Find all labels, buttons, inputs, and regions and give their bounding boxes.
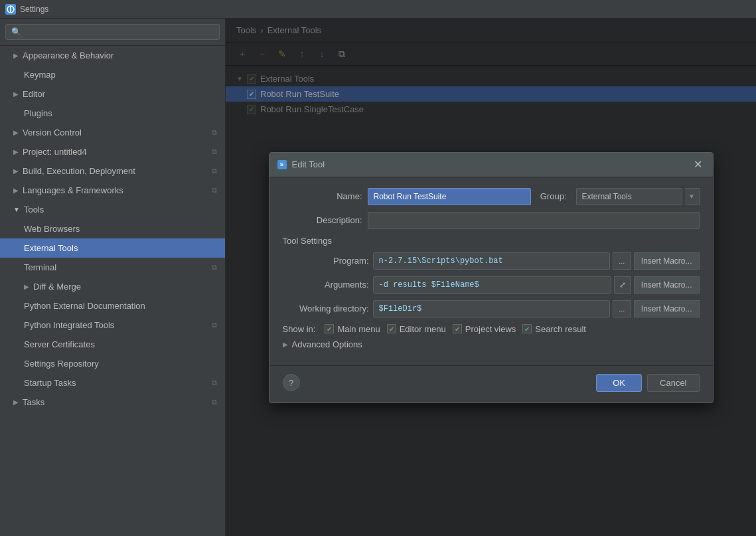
- sidebar-item-keymap[interactable]: Keymap: [0, 65, 225, 84]
- modal-overlay: S Edit Tool ✕ Name: Group: ▼: [226, 19, 756, 536]
- sidebar-item-label: Python External Documentation: [24, 301, 145, 311]
- sidebar-item-build[interactable]: ▶ Build, Execution, Deployment ⧉: [0, 161, 225, 181]
- search-field-wrapper[interactable]: 🔍: [5, 24, 220, 40]
- sidebar-item-server-certs[interactable]: Server Certificates: [0, 335, 225, 354]
- main-menu-label: Main menu: [337, 324, 380, 334]
- arrow-icon: ▶: [13, 399, 19, 406]
- title-bar: Settings: [0, 0, 756, 19]
- search-icon: 🔍: [11, 27, 21, 37]
- program-label: Program:: [283, 256, 369, 266]
- arguments-input-wrap: ⤢ Insert Macro...: [373, 276, 700, 294]
- ok-button[interactable]: OK: [596, 374, 642, 392]
- sidebar-item-label: Plugins: [24, 108, 52, 118]
- sidebar-item-tools[interactable]: ▼ Tools: [0, 200, 225, 219]
- sidebar-item-diff-merge[interactable]: ▶ Diff & Merge: [0, 277, 225, 296]
- sidebar-item-label: Editor: [23, 89, 45, 99]
- working-dir-input[interactable]: [373, 300, 610, 317]
- sidebar-item-label: Tasks: [23, 397, 44, 407]
- sidebar-item-label: Keymap: [24, 70, 56, 80]
- cancel-button[interactable]: Cancel: [647, 374, 699, 392]
- sidebar-item-label: Startup Tasks: [24, 378, 76, 388]
- program-input[interactable]: [373, 252, 610, 270]
- modal-title-bar: S Edit Tool ✕: [269, 153, 713, 177]
- modal-footer: ? OK Cancel: [269, 365, 713, 402]
- sidebar-item-label: Terminal: [24, 262, 56, 272]
- sidebar-item-label: Project: untitled4: [23, 147, 87, 157]
- advanced-options-toggle[interactable]: ▶ Advanced Options: [283, 339, 700, 349]
- sidebar-item-python-integrated[interactable]: Python Integrated Tools ⧉: [0, 315, 225, 335]
- working-dir-insert-macro-button[interactable]: Insert Macro...: [634, 300, 700, 317]
- modal-title: S Edit Tool: [277, 159, 325, 169]
- main-menu-checkbox-wrap: ✔ Main menu: [325, 324, 380, 334]
- working-dir-browse-button[interactable]: ...: [613, 300, 631, 317]
- sidebar-item-editor[interactable]: ▶ Editor: [0, 84, 225, 104]
- copy-icon: ⧉: [212, 167, 217, 175]
- program-browse-button[interactable]: ...: [613, 252, 631, 270]
- arrow-open-icon: ▼: [13, 206, 20, 213]
- arrow-icon: ▶: [13, 148, 19, 155]
- sidebar-item-project[interactable]: ▶ Project: untitled4 ⧉: [0, 142, 225, 161]
- project-views-checkbox[interactable]: ✔: [453, 324, 462, 333]
- project-views-label: Project views: [465, 324, 516, 334]
- arguments-expand-button[interactable]: ⤢: [614, 276, 631, 294]
- sidebar-item-web-browsers[interactable]: Web Browsers: [0, 219, 225, 238]
- sidebar-item-external-tools[interactable]: External Tools: [0, 238, 225, 258]
- sidebar-item-languages[interactable]: ▶ Languages & Frameworks ⧉: [0, 181, 225, 200]
- search-result-checkbox[interactable]: ✔: [522, 324, 532, 333]
- sidebar-item-startup-tasks[interactable]: Startup Tasks ⧉: [0, 373, 225, 393]
- arrow-icon: ▶: [13, 129, 19, 136]
- search-result-label: Search result: [535, 324, 586, 334]
- tool-settings-header: Tool Settings: [283, 236, 700, 246]
- name-group-row: Name: Group: ▼: [283, 188, 700, 205]
- sidebar-item-plugins[interactable]: Plugins: [0, 104, 225, 123]
- sidebar-item-python-ext-docs[interactable]: Python External Documentation: [0, 296, 225, 315]
- working-dir-row: Working directory: ... Insert Macro...: [283, 300, 700, 317]
- copy-icon: ⧉: [212, 398, 217, 406]
- sidebar-item-tasks[interactable]: ▶ Tasks ⧉: [0, 393, 225, 412]
- main-container: 🔍 ▶ Appearance & Behavior Keymap ▶ Edito…: [0, 19, 756, 536]
- arguments-insert-macro-button[interactable]: Insert Macro...: [634, 276, 700, 294]
- arrow-icon: ▶: [13, 52, 19, 59]
- window-title: Settings: [20, 5, 48, 14]
- sidebar-item-label: Settings Repository: [24, 359, 99, 369]
- sidebar-item-label: Server Certificates: [24, 339, 95, 349]
- show-in-row: Show in: ✔ Main menu ✔ Editor menu ✔ Pro…: [283, 324, 700, 334]
- show-in-label: Show in:: [283, 324, 316, 334]
- program-insert-macro-button[interactable]: Insert Macro...: [634, 252, 700, 270]
- modal-body: Name: Group: ▼ Description:: [269, 177, 713, 365]
- sidebar-item-label: Python Integrated Tools: [24, 320, 114, 330]
- sidebar-item-version-control[interactable]: ▶ Version Control ⧉: [0, 123, 225, 142]
- footer-buttons: OK Cancel: [596, 374, 699, 392]
- copy-icon: ⧉: [212, 263, 217, 272]
- copy-icon: ⧉: [212, 128, 217, 137]
- sidebar-item-settings-repo[interactable]: Settings Repository: [0, 354, 225, 373]
- working-dir-input-wrap: ... Insert Macro...: [373, 300, 700, 317]
- sidebar-item-terminal[interactable]: Terminal ⧉: [0, 258, 225, 277]
- name-input[interactable]: [368, 188, 531, 205]
- modal-title-text: Edit Tool: [292, 159, 325, 169]
- search-box[interactable]: 🔍: [0, 19, 225, 46]
- description-label: Description:: [283, 215, 362, 225]
- sidebar-item-appearance[interactable]: ▶ Appearance & Behavior: [0, 46, 225, 65]
- modal-close-button[interactable]: ✕: [692, 158, 705, 171]
- sidebar-item-label: Build, Execution, Deployment: [23, 166, 135, 176]
- editor-menu-checkbox[interactable]: ✔: [387, 324, 396, 333]
- main-menu-checkbox[interactable]: ✔: [325, 324, 334, 333]
- group-input[interactable]: [576, 188, 682, 205]
- working-dir-label: Working directory:: [283, 304, 369, 313]
- search-result-checkbox-wrap: ✔ Search result: [522, 324, 586, 334]
- app-icon: [5, 4, 16, 15]
- group-dropdown-button[interactable]: ▼: [685, 188, 700, 205]
- search-input[interactable]: [24, 27, 214, 37]
- arguments-label: Arguments:: [283, 280, 369, 290]
- sidebar-item-label: Diff & Merge: [33, 282, 81, 292]
- arrow-icon: ▶: [24, 283, 29, 290]
- help-button[interactable]: ?: [283, 374, 300, 391]
- sidebar-item-label: Web Browsers: [24, 224, 80, 234]
- editor-menu-label: Editor menu: [400, 324, 446, 334]
- arguments-input[interactable]: [373, 276, 611, 294]
- sidebar-item-label: Version Control: [23, 128, 82, 137]
- description-input[interactable]: [368, 212, 700, 229]
- project-views-checkbox-wrap: ✔ Project views: [453, 324, 516, 334]
- arrow-icon: ▶: [13, 187, 19, 194]
